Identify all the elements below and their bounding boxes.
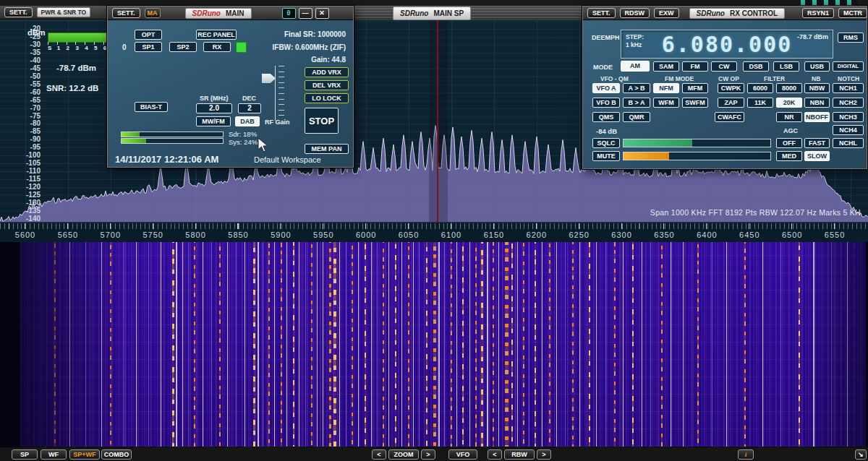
nch3-button[interactable]: NCH3 [833,112,864,122]
cwpk-button[interactable]: CWPK [718,83,744,93]
rx-settings-button[interactable]: SETT. [587,8,616,18]
waterfall-signal-streak [317,242,318,447]
zoom-label-button[interactable]: ZOOM [388,449,419,460]
b-to-a-button[interactable]: B > A [623,98,650,108]
mouse-cursor [258,137,271,153]
filter-8000-button[interactable]: 8000 [776,83,802,93]
vfo-a-button[interactable]: VFO A [592,83,620,93]
waterfall-right-fade [803,242,868,447]
main-title: MAIN [226,9,244,17]
zap-button[interactable]: ZAP [718,98,744,108]
nbw-button[interactable]: NBW [804,83,830,93]
mode-digital-button[interactable]: DIGITAL [833,61,864,72]
rbw-increase-button[interactable]: > [537,449,551,460]
close-icon[interactable]: ✕ [315,8,329,19]
nch2-button[interactable]: NCH2 [833,98,864,108]
waterfall-signal-streak [614,242,616,447]
waterfall-display[interactable] [0,242,868,447]
mode-usb-button[interactable]: USB [804,61,830,72]
del-vrx-button[interactable]: DEL VRX [305,80,349,90]
squelch-level-slider[interactable] [623,139,771,147]
swfm-button[interactable]: SWFM [682,98,708,108]
cwafc-button[interactable]: CWAFC [715,112,744,122]
sp-wf-view-button[interactable]: SP+WF [69,449,100,460]
lo-lock-button[interactable]: LO LOCK [305,93,349,103]
info-icon[interactable]: i [738,449,754,460]
main-settings-button[interactable]: SETT. [112,8,140,18]
waterfall-signal-streak [481,242,483,447]
qms-button[interactable]: QMS [592,112,620,122]
nr-button[interactable]: NR [776,112,802,122]
resize-handle-icon[interactable]: ↘ [855,449,867,460]
sp-view-button[interactable]: SP [12,449,38,460]
stop-button[interactable]: STOP [305,108,339,134]
mode-sam-button[interactable]: SAM [653,61,679,72]
mode-am-button[interactable]: AM [621,61,650,72]
nch1-button[interactable]: NCH1 [833,83,864,93]
main-sp-titlebar[interactable]: SDRuno MAIN SP [393,7,471,20]
audio-volume-slider[interactable] [623,152,771,160]
rf-gain-label: RF Gain [265,119,290,126]
wfm-button[interactable]: WFM [653,98,679,108]
filter-6000-button[interactable]: 6000 [747,83,773,93]
mfm-button[interactable]: MFM [682,83,708,93]
mute-button[interactable]: MUTE [592,151,620,161]
rec-panel-button[interactable]: REC PANEL [196,30,237,40]
agc-fast-button[interactable]: FAST [804,138,830,148]
rsyn1-button[interactable]: RSYN1 [802,8,834,18]
nch4-button[interactable]: NCH4 [833,125,864,135]
meter-settings-button[interactable]: SETT. [4,7,33,17]
main-ma-button[interactable]: MA [145,8,161,18]
pwr-snr-titlebar[interactable]: PWR & SNR TO [37,7,91,17]
a-to-b-button[interactable]: A > B [623,83,650,93]
mw-fm-button[interactable]: MW/FM [196,116,231,126]
sqlc-button[interactable]: SQLC [592,138,620,148]
vfo-b-button[interactable]: VFO B [592,98,620,108]
rf-gain-slider-handle[interactable] [262,74,276,83]
opt-button[interactable]: OPT [135,30,162,40]
frequency-axis-label: 5600 [15,231,35,239]
agc-off-button[interactable]: OFF [776,138,802,148]
mode-fm-button[interactable]: FM [682,61,708,72]
combo-view-button[interactable]: COMBO [101,449,132,460]
exw-button[interactable]: EXW [654,8,679,18]
nbn-button[interactable]: NBN [804,98,830,108]
bias-t-button[interactable]: BIAS-T [135,102,168,112]
nfm-button[interactable]: NFM [653,83,679,93]
dec-value-field[interactable]: 2 [238,103,261,113]
rdsw-button[interactable]: RDSW [620,8,650,18]
sp1-button[interactable]: SP1 [135,42,162,52]
waterfall-plot[interactable] [20,242,866,447]
zoom-in-button[interactable]: > [421,449,435,460]
main-titlebar[interactable]: SDRuno MAIN [185,8,252,19]
wf-view-button[interactable]: WF [41,449,67,460]
mctr-button[interactable]: MCTR [838,8,867,18]
mode-dsb-button[interactable]: DSB [743,61,769,72]
mode-lsb-button[interactable]: LSB [773,61,799,72]
mem-pan-button[interactable]: MEM PAN [305,144,349,154]
rbw-decrease-button[interactable]: < [488,449,502,460]
sp2-button[interactable]: SP2 [169,42,197,52]
nchl-button[interactable]: NCHL [833,138,864,148]
waterfall-signal-streak [605,242,606,447]
rx-control-titlebar[interactable]: SDRuno RX CONTROL [689,8,786,19]
rx-button[interactable]: RX [203,42,231,52]
vfo-marker-line[interactable] [437,20,438,222]
rms-button[interactable]: RMS [838,33,864,43]
add-vrx-button[interactable]: ADD VRX [305,67,349,77]
agc-med-button[interactable]: MED [776,151,802,161]
vfo-button[interactable]: VFO [448,449,477,460]
mode-cw-button[interactable]: CW [711,61,737,72]
rbw-label-button[interactable]: RBW [504,449,535,460]
filter-11k-button[interactable]: 11K [747,98,773,108]
filter-20k-button[interactable]: 20K [776,98,802,108]
qmr-button[interactable]: QMR [623,112,650,122]
sr-value-field[interactable]: 2.0 [196,103,232,113]
minimize-button[interactable]: — [299,8,312,19]
agc-slow-button[interactable]: SLOW [804,151,830,161]
rf-gain-slider-track[interactable] [275,66,276,121]
zoom-out-button[interactable]: < [372,449,386,460]
dab-button[interactable]: DAB [235,116,260,126]
nboff-button[interactable]: NBOFF [804,112,830,122]
waterfall-signal-streak [401,242,402,447]
